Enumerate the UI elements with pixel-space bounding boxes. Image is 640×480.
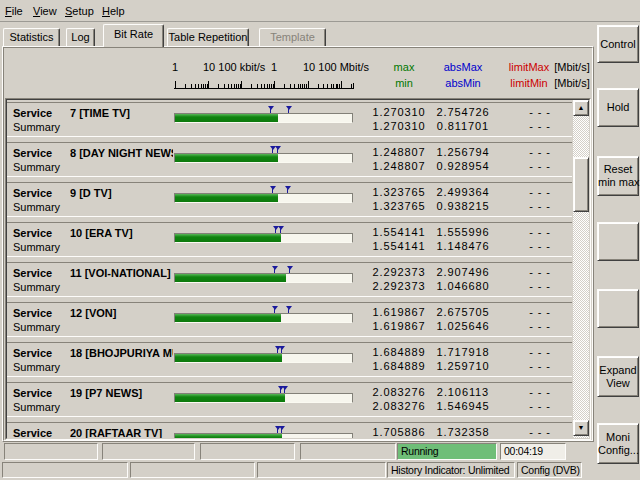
bitrate-gauge-track [174, 313, 353, 323]
service-row[interactable]: Service12 [VON]Summary1.6198671.6198672.… [7, 302, 572, 337]
status-panel-blank [257, 462, 386, 478]
service-word: Service [13, 187, 52, 199]
value-max: 1.554141 [372, 226, 425, 239]
scale-tick-minor [300, 84, 301, 88]
service-row[interactable]: Service8 [DAY NIGHT NEWS]Summary1.248807… [7, 142, 572, 177]
button-blank[interactable] [597, 222, 639, 261]
scale-tick-minor [298, 84, 299, 88]
service-row[interactable]: Service18 [BHOJPURIYA MUSIC]Summary1.684… [7, 342, 572, 377]
value-min: 1.248807 [372, 160, 425, 173]
service-name: 12 [VON] [70, 307, 173, 319]
value-limitmax: - - - [529, 346, 551, 359]
absmin-marker [270, 186, 276, 193]
bitrate-gauge-track [174, 433, 353, 439]
bitrate-gauge-fill [175, 114, 278, 122]
value-absmax: 2.106113 [437, 386, 489, 399]
bitrate-gauge-fill [175, 314, 281, 322]
menu-setup[interactable]: Setup [65, 4, 94, 18]
value-min: 1.323765 [372, 200, 425, 213]
value-limitmin: - - - [529, 400, 551, 413]
service-name: 20 [RAFTAAR TV] [70, 427, 173, 439]
service-word: Service [13, 347, 52, 359]
scale-tick-major [274, 81, 275, 88]
scale-tick-minor [251, 84, 252, 88]
service-word: Service [13, 227, 52, 239]
button-control[interactable]: Control [597, 25, 639, 63]
status-elapsed-time: 00:04:19 [500, 443, 566, 460]
value-absmin: 0.811701 [437, 120, 489, 133]
vertical-scrollbar[interactable]: ▲ ▼ [573, 100, 589, 438]
menu-view[interactable]: View [33, 4, 57, 18]
value-limitmax: - - - [529, 266, 551, 279]
scroll-down-button[interactable]: ▼ [573, 420, 589, 436]
scale-tick-major [341, 81, 342, 88]
absmin-marker [268, 106, 274, 113]
app-window: FileViewSetupHelp StatisticsLogBit RateT… [0, 0, 640, 480]
value-limitmin: - - - [529, 160, 551, 173]
service-name: 10 [ERA TV] [70, 227, 173, 239]
service-row[interactable]: Service11 [VOI-NATIONAL]Summary2.2923732… [7, 262, 572, 297]
tab-bit-rate[interactable]: Bit Rate [103, 24, 164, 47]
tab-log[interactable]: Log [66, 28, 95, 46]
value-absmin: 1.148476 [436, 240, 489, 253]
value-absmin: 1.259710 [436, 360, 489, 373]
button-hold[interactable]: Hold [597, 88, 639, 127]
button-moni-config-[interactable]: MoniConfig... [597, 423, 639, 464]
value-absmax: 2.499364 [436, 186, 489, 199]
service-row2-label: Summary [13, 361, 60, 373]
absmax-marker [287, 266, 293, 273]
value-min: 2.083276 [372, 400, 425, 413]
absmax-marker [275, 146, 281, 153]
scale-tick-minor [191, 84, 192, 88]
menu-file[interactable]: File [5, 4, 23, 18]
value-limitmin: - - - [529, 320, 551, 333]
bitrate-gauge-fill [175, 394, 285, 402]
bitrate-gauge-track [174, 273, 353, 283]
button-reset-min-max[interactable]: Resetmin max [597, 156, 639, 196]
value-max: 1.323765 [372, 186, 425, 199]
absmin-marker [272, 306, 278, 313]
service-row[interactable]: Service10 [ERA TV]Summary1.5541411.55414… [7, 222, 572, 257]
value-absmax: 1.256794 [436, 146, 489, 159]
absmax-marker [285, 186, 291, 193]
tab-table-repetition[interactable]: Table Repetition [167, 28, 249, 46]
value-min: 1.684889 [372, 360, 425, 373]
scale-tick-minor [261, 84, 262, 88]
button-expand-view[interactable]: ExpandView [597, 356, 639, 397]
value-absmin: 1.025646 [436, 320, 489, 333]
bitrate-gauge-fill [175, 234, 281, 242]
absmax-marker [286, 106, 292, 113]
absmax-marker [286, 306, 292, 313]
service-word: Service [13, 307, 52, 319]
value-limitmin: - - - [529, 200, 551, 213]
col-header-absmin: absMin [445, 77, 480, 90]
value-min: 1.619867 [372, 320, 425, 333]
bitrate-gauge-fill [175, 194, 278, 202]
scale-tick-minor [323, 84, 324, 88]
scale-ruler [174, 88, 354, 89]
service-row[interactable]: Service9 [D TV]Summary1.3237651.3237652.… [7, 182, 572, 217]
menu-help[interactable]: Help [102, 4, 125, 18]
scroll-thumb[interactable] [573, 157, 589, 212]
scale-tick-minor [318, 84, 319, 88]
service-row[interactable]: Service19 [P7 NEWS]Summary2.0832762.0832… [7, 382, 572, 417]
value-limitmax: - - - [529, 186, 551, 199]
value-limitmin: - - - [529, 360, 551, 373]
status-bar-top: Running00:04:19 [0, 443, 640, 460]
col-header-unit-min: [Mbit/s] [554, 77, 589, 90]
value-limitmin: - - - [529, 280, 551, 293]
value-min: 1.554141 [372, 240, 425, 253]
service-row2-label: Summary [13, 201, 60, 213]
scroll-up-button[interactable]: ▲ [573, 100, 589, 116]
bitrate-gauge-fill [175, 154, 278, 162]
status-panel-blank [102, 443, 195, 460]
service-row[interactable]: Service20 [RAFTAAR TV]Summary1.7058861.7… [7, 422, 572, 439]
tab-template[interactable]: Template [259, 28, 326, 46]
bitrate-gauge-fill [175, 434, 282, 439]
scale-tick-minor [198, 84, 199, 88]
button-blank[interactable] [597, 289, 639, 328]
value-min: 2.292373 [372, 280, 425, 293]
service-row[interactable]: Service7 [TIME TV]Summary1.2703101.27031… [7, 102, 572, 137]
tab-statistics[interactable]: Statistics [3, 28, 60, 46]
scale-tick-minor [269, 84, 270, 88]
